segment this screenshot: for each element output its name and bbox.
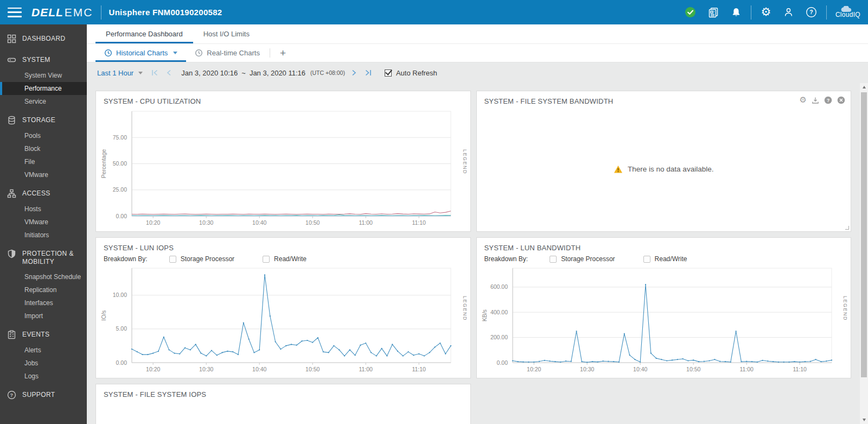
header-actions: ⚙ ? CloudIQ bbox=[679, 0, 860, 24]
sidebar-item-hosts[interactable]: Hosts bbox=[0, 202, 87, 216]
breakdown-option-storage-processor[interactable]: Storage Processor bbox=[169, 255, 234, 263]
scroll-down-icon[interactable] bbox=[860, 416, 868, 424]
header-divider bbox=[751, 5, 751, 20]
export-icon[interactable] bbox=[812, 97, 819, 104]
sidebar-item-logs[interactable]: Logs bbox=[0, 370, 87, 383]
sidebar-item-interfaces[interactable]: Interfaces bbox=[0, 296, 87, 309]
panel-title: SYSTEM - LUN IOPS bbox=[96, 238, 470, 254]
panel-resize-handle[interactable] bbox=[845, 226, 849, 230]
nav-section: ACCESSHostsVMwareInitiators bbox=[0, 185, 87, 242]
system-health-ok-icon[interactable] bbox=[679, 0, 702, 24]
cloudiq-logo[interactable]: CloudIQ bbox=[835, 6, 860, 18]
system-icon bbox=[7, 55, 16, 65]
sidebar-item-service[interactable]: Service bbox=[0, 95, 87, 108]
chart-plot-area[interactable]: 0.00200.00400.00600.0010:2010:3010:4010:… bbox=[479, 265, 835, 376]
prev-interval-icon[interactable] bbox=[166, 69, 171, 76]
checkbox[interactable] bbox=[169, 256, 176, 263]
legend-expander[interactable]: LEGEND bbox=[462, 112, 468, 212]
x-axis-tick-label: 10:50 bbox=[686, 366, 700, 372]
skip-end-icon[interactable] bbox=[365, 69, 372, 76]
sidebar-section-protection-mobility[interactable]: PROTECTION & MOBILITY bbox=[0, 245, 87, 270]
sidebar-section-label: ACCESS bbox=[22, 189, 50, 198]
time-range-bar: Last 1 Hour Jan 3, 2020 10:16 ~ Jan 3, 2… bbox=[87, 62, 868, 83]
nav-section: STORAGEPoolsBlockFileVMware bbox=[0, 111, 87, 181]
help-icon[interactable]: ? bbox=[800, 0, 823, 24]
vertical-scrollbar[interactable] bbox=[860, 83, 868, 424]
svg-text:?: ? bbox=[810, 9, 813, 15]
sidebar-item-pools[interactable]: Pools bbox=[0, 129, 87, 142]
y-axis-title: IO/s bbox=[100, 310, 107, 320]
sidebar-section-support[interactable]: ?SUPPORT bbox=[0, 386, 87, 404]
y-axis-title: KB/s bbox=[481, 309, 488, 321]
date-separator: ~ bbox=[241, 69, 246, 77]
checkbox[interactable] bbox=[550, 256, 557, 263]
sidebar-item-vmware[interactable]: VMware bbox=[0, 216, 87, 229]
sidebar-item-file[interactable]: File bbox=[0, 155, 87, 168]
menu-icon[interactable] bbox=[8, 8, 22, 17]
breakdown-option-read-write[interactable]: Read/Write bbox=[643, 255, 687, 263]
sidebar-section-label: SYSTEM bbox=[22, 56, 50, 64]
scrollbar-thumb[interactable] bbox=[861, 92, 867, 377]
panel-title: SYSTEM - CPU UTILIZATION bbox=[96, 91, 470, 107]
sidebar-section-dashboard[interactable]: DASHBOARD bbox=[0, 30, 87, 48]
close-icon[interactable] bbox=[837, 96, 845, 104]
sidebar-item-initiators[interactable]: Initiators bbox=[0, 229, 87, 242]
breakdown-option-read-write[interactable]: Read/Write bbox=[263, 255, 307, 263]
sidebar-section-storage[interactable]: STORAGE bbox=[0, 111, 87, 129]
chart-plot-area[interactable]: 0.005.0010.0010:2010:3010:4010:5011:0011… bbox=[98, 265, 454, 376]
tab-performance-dashboard[interactable]: Performance Dashboard bbox=[95, 24, 193, 43]
skip-start-icon[interactable] bbox=[151, 69, 158, 76]
sidebar-item-vmware[interactable]: VMware bbox=[0, 168, 87, 181]
settings-gear-icon[interactable]: ⚙ bbox=[755, 0, 777, 24]
sidebar-item-jobs[interactable]: Jobs bbox=[0, 357, 87, 370]
support-icon: ? bbox=[7, 390, 16, 400]
sidebar-item-alerts[interactable]: Alerts bbox=[0, 344, 87, 357]
legend-label: LEGEND bbox=[462, 296, 468, 321]
chart-svg: 0.00200.00400.00600.0010:2010:3010:4010:… bbox=[479, 265, 835, 376]
sidebar-item-system-view[interactable]: System View bbox=[0, 69, 87, 82]
scroll-up-icon[interactable] bbox=[860, 83, 868, 91]
checkbox-label: Storage Processor bbox=[561, 255, 615, 263]
sidebar-section-events[interactable]: EVENTS bbox=[0, 326, 87, 344]
sidebar-item-snapshot-schedule[interactable]: Snapshot Schedule bbox=[0, 270, 87, 283]
sidebar-section-system[interactable]: SYSTEM bbox=[0, 51, 87, 69]
warning-icon bbox=[614, 165, 623, 174]
tab-host-i-o-limits[interactable]: Host I/O Limits bbox=[193, 24, 260, 43]
time-range-dropdown[interactable]: Last 1 Hour bbox=[97, 69, 143, 77]
checkbox[interactable] bbox=[263, 256, 270, 263]
breakdown-option-storage-processor[interactable]: Storage Processor bbox=[550, 255, 615, 263]
panel-title: SYSTEM - FILE SYSTEM BANDWIDTH bbox=[477, 91, 851, 107]
notifications-bell-icon[interactable] bbox=[725, 0, 748, 24]
settings-icon[interactable]: ⚙ bbox=[800, 96, 807, 104]
breakdown-row: Breakdown By:Storage ProcessorRead/Write bbox=[96, 254, 470, 264]
jobs-icon[interactable] bbox=[702, 0, 725, 24]
legend-label: LEGEND bbox=[843, 296, 848, 321]
add-chart-tab-button[interactable]: + bbox=[271, 44, 295, 62]
sidebar-item-import[interactable]: Import bbox=[0, 309, 87, 322]
subtab-real-time-charts[interactable]: Real-time Charts bbox=[186, 44, 269, 62]
no-data-text: There is no data available. bbox=[628, 165, 713, 173]
chart-view-tabs: Historical ChartsReal-time Charts+ bbox=[87, 44, 868, 62]
chart-panel-lun-iops: SYSTEM - LUN IOPSBreakdown By:Storage Pr… bbox=[95, 237, 471, 378]
svg-text:?: ? bbox=[10, 393, 14, 398]
cloudiq-label: CloudIQ bbox=[835, 11, 860, 18]
sidebar-item-replication[interactable]: Replication bbox=[0, 283, 87, 296]
sidebar-section-access[interactable]: ACCESS bbox=[0, 185, 87, 202]
chart-plot-area[interactable]: 0.0025.0050.0075.0010:2010:3010:4010:501… bbox=[98, 108, 454, 229]
x-axis-tick-label: 10:50 bbox=[305, 219, 320, 226]
next-interval-icon[interactable] bbox=[352, 69, 357, 76]
legend-expander[interactable]: LEGEND bbox=[843, 258, 848, 358]
auto-refresh-toggle[interactable]: Auto Refresh bbox=[385, 69, 437, 77]
date-range: Jan 3, 2020 10:16 ~ Jan 3, 2020 11:16 (U… bbox=[181, 69, 345, 77]
checkbox[interactable] bbox=[643, 256, 650, 263]
user-icon[interactable] bbox=[777, 0, 800, 24]
checkbox-label: Read/Write bbox=[274, 255, 307, 263]
sidebar-item-block[interactable]: Block bbox=[0, 142, 87, 155]
help-icon[interactable]: ? bbox=[824, 96, 832, 104]
auto-refresh-checkbox[interactable] bbox=[385, 69, 392, 77]
legend-expander[interactable]: LEGEND bbox=[462, 258, 468, 358]
x-axis-tick-label: 11:10 bbox=[412, 219, 426, 226]
sidebar-item-performance[interactable]: Performance bbox=[0, 82, 87, 95]
subtab-historical-charts[interactable]: Historical Charts bbox=[95, 44, 186, 62]
y-axis-title: Percentage bbox=[100, 149, 107, 178]
